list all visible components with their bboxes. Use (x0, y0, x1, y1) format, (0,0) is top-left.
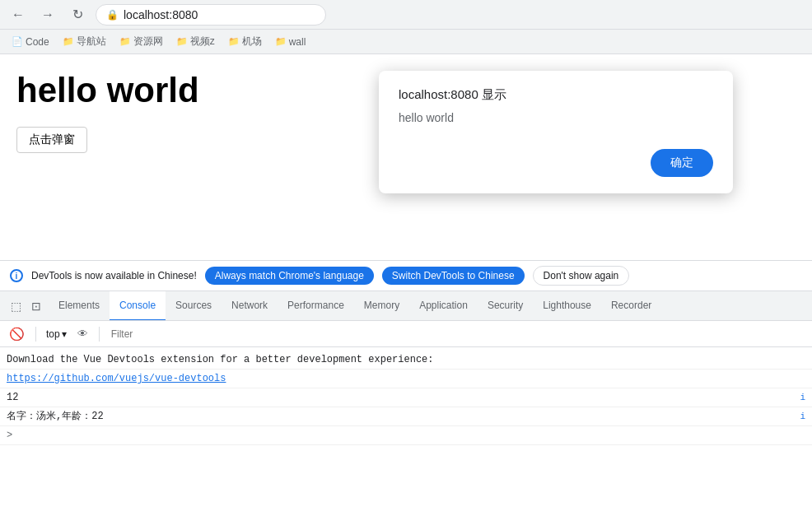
console-toolbar: 🚫 top ▾ 👁 (0, 321, 812, 347)
reload-button[interactable]: ↻ (66, 3, 89, 26)
context-selector[interactable]: top ▾ (43, 327, 70, 342)
tab-elements[interactable]: Elements (49, 291, 110, 321)
bookmark-nav[interactable]: 📁 导航站 (58, 32, 111, 51)
console-line-2-right: i (800, 390, 805, 405)
tab-sources[interactable]: Sources (166, 291, 222, 321)
alert-dialog: localhost:8080 显示 hello world 确定 (379, 71, 733, 193)
bookmark-code[interactable]: 📄 Code (7, 34, 54, 50)
console-output: Download the Vue Devtools extension for … (0, 347, 812, 516)
info-icon: i (10, 269, 23, 282)
dont-show-again-button[interactable]: Don't show again (533, 266, 630, 286)
bookmark-resources-icon: 📁 (119, 36, 131, 47)
page-content: hello world 点击弹窗 localhost:8080 显示 hello… (0, 54, 812, 260)
toolbar-separator (35, 327, 36, 342)
console-line-3: 名字：汤米,年龄：22 i (0, 407, 812, 426)
devtools-panel: i DevTools is now available in Chinese! … (0, 260, 812, 516)
address-bar[interactable]: 🔒 localhost:8080 (96, 4, 326, 26)
bookmark-video-label: 视频z (190, 35, 215, 49)
bookmark-wall[interactable]: 📁 wall (270, 34, 311, 50)
console-number: 12 (7, 390, 18, 405)
console-obj-text: 名字：汤米,年龄：22 (7, 409, 104, 424)
filter-toggle-button[interactable]: 👁 (73, 325, 92, 342)
tab-security[interactable]: Security (478, 291, 533, 321)
console-filter-input[interactable] (106, 327, 807, 342)
tab-recorder[interactable]: Recorder (601, 291, 661, 321)
chevron-down-icon: ▾ (62, 328, 67, 340)
switch-to-chinese-button[interactable]: Switch DevTools to Chinese (382, 267, 525, 285)
vue-devtools-link[interactable]: https://github.com/vuejs/vue-devtools (7, 371, 226, 386)
console-line-link: https://github.com/vuejs/vue-devtools (0, 370, 812, 388)
always-match-button[interactable]: Always match Chrome's language (205, 267, 374, 285)
console-text-1: Download the Vue Devtools extension for … (7, 352, 433, 367)
tab-network[interactable]: Network (222, 291, 278, 321)
devtools-tabs: ⬚ ⊡ Elements Console Sources Network Per… (0, 291, 812, 321)
bookmark-video-icon: 📁 (176, 36, 188, 47)
devtools-notification: i DevTools is now available in Chinese! … (0, 261, 812, 291)
tab-memory[interactable]: Memory (354, 291, 409, 321)
bookmark-airport[interactable]: 📁 机场 (223, 32, 267, 51)
devtools-toolbar-icons: ⬚ ⊡ (3, 297, 49, 315)
bookmark-resources-label: 资源网 (133, 35, 163, 49)
tab-application[interactable]: Application (409, 291, 478, 321)
bookmark-nav-label: 导航站 (77, 35, 106, 49)
console-prompt-symbol: > (7, 428, 12, 443)
alert-title: localhost:8080 显示 (399, 87, 713, 103)
eye-icon: 👁 (77, 328, 88, 340)
back-button[interactable]: ← (7, 3, 30, 26)
bookmark-code-icon: 📄 (12, 36, 23, 47)
bookmark-video[interactable]: 📁 视频z (171, 32, 220, 51)
bookmark-wall-label: wall (289, 36, 306, 48)
inspect-element-button[interactable]: ⬚ (7, 297, 26, 315)
bookmark-code-label: Code (26, 36, 49, 48)
alert-message: hello world (399, 111, 713, 124)
tab-performance[interactable]: Performance (278, 291, 354, 321)
bookmark-wall-icon: 📁 (275, 36, 287, 47)
browser-nav-bar: ← → ↻ 🔒 localhost:8080 (0, 0, 812, 30)
device-toggle-button[interactable]: ⊡ (27, 297, 45, 315)
url-text: localhost:8080 (124, 8, 198, 21)
console-line-2: 12 i (0, 388, 812, 407)
bookmarks-bar: 📄 Code 📁 导航站 📁 资源网 📁 视频z 📁 机场 📁 wall (0, 30, 812, 54)
bookmark-airport-label: 机场 (242, 35, 262, 49)
clear-console-button[interactable]: 🚫 (5, 324, 29, 344)
bookmark-resources[interactable]: 📁 资源网 (114, 32, 168, 51)
console-line-3-right: i (800, 409, 805, 424)
alert-ok-button[interactable]: 确定 (651, 149, 713, 177)
bookmark-airport-icon: 📁 (228, 36, 240, 47)
tab-console[interactable]: Console (110, 291, 166, 321)
forward-button[interactable]: → (36, 3, 59, 26)
tab-lighthouse[interactable]: Lighthouse (533, 291, 601, 321)
console-prompt-line: > (0, 426, 812, 445)
notification-text: DevTools is now available in Chinese! (31, 270, 197, 281)
console-line-1: Download the Vue Devtools extension for … (0, 351, 812, 370)
toolbar-separator-2 (99, 327, 100, 342)
popup-button[interactable]: 点击弹窗 (16, 127, 87, 153)
bookmark-nav-icon: 📁 (63, 36, 74, 47)
